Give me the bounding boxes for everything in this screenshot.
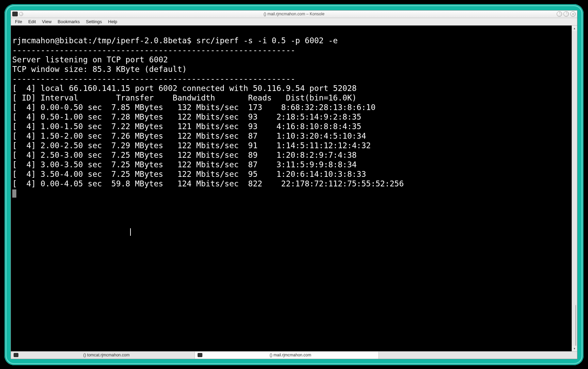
menu-edit[interactable]: Edit bbox=[26, 18, 38, 25]
terminal-icon bbox=[198, 353, 202, 357]
app-icon bbox=[12, 12, 18, 16]
session-indicator-icon bbox=[19, 12, 23, 16]
tab-tomcat[interactable]: () tomcat.rjmcmahon.com bbox=[11, 352, 195, 359]
terminal-icon bbox=[14, 353, 18, 357]
data-row: [ 4] 1.50-2.00 sec 7.26 MBytes 122 Mbits… bbox=[12, 132, 366, 140]
cursor-line bbox=[12, 189, 16, 198]
scrollbar[interactable]: ▴ ▾ bbox=[572, 26, 577, 351]
window-title: () mail.rjmcmahon.com – Konsole bbox=[11, 12, 577, 16]
data-row: [ 4] 1.00-1.50 sec 7.22 MBytes 121 Mbits… bbox=[12, 122, 361, 131]
tabbar: () tomcat.rjmcmahon.com () mail.rjmcmaho… bbox=[11, 351, 577, 359]
desktop: () mail.rjmcmahon.com – Konsole ˅ ˄ × Fi… bbox=[0, 0, 588, 369]
connection-line: [ 4] local 66.160.141.15 port 6002 conne… bbox=[12, 84, 357, 93]
data-row: [ 4] 2.00-2.50 sec 7.29 MBytes 122 Mbits… bbox=[12, 141, 371, 150]
menu-file[interactable]: File bbox=[12, 18, 25, 25]
scroll-thumb[interactable] bbox=[575, 305, 576, 346]
terminal-area: rjmcmahon@bibcat:/tmp/iperf-2.0.8beta$ s… bbox=[11, 26, 577, 351]
separator-line: ----------------------------------------… bbox=[12, 46, 295, 55]
menu-settings[interactable]: Settings bbox=[83, 18, 105, 25]
minimize-button[interactable]: ˅ bbox=[557, 11, 562, 17]
menu-view[interactable]: View bbox=[39, 18, 54, 25]
scroll-up-button[interactable]: ▴ bbox=[572, 26, 577, 31]
window-frame: () mail.rjmcmahon.com – Konsole ˅ ˄ × Fi… bbox=[4, 4, 584, 365]
titlebar-controls: ˅ ˄ × bbox=[557, 11, 577, 17]
maximize-button[interactable]: ˄ bbox=[563, 11, 569, 17]
ibeam-cursor-icon bbox=[130, 228, 131, 236]
tab-mail[interactable]: () mail.rjmcmahon.com bbox=[195, 352, 379, 359]
titlebar[interactable]: () mail.rjmcmahon.com – Konsole ˅ ˄ × bbox=[11, 11, 577, 18]
menubar: File Edit View Bookmarks Settings Help bbox=[11, 18, 577, 26]
separator-line: ----------------------------------------… bbox=[12, 74, 295, 83]
tab-label: () mail.rjmcmahon.com bbox=[205, 353, 376, 357]
command: src/iperf -s -i 0.5 -p 6002 -e bbox=[196, 36, 338, 45]
text-cursor-line bbox=[12, 227, 131, 236]
listen-line: Server listening on TCP port 6002 bbox=[12, 55, 168, 64]
data-row: [ 4] 3.00-3.50 sec 7.25 MBytes 122 Mbits… bbox=[12, 160, 357, 169]
prompt-line: rjmcmahon@bibcat:/tmp/iperf-2.0.8beta$ s… bbox=[12, 36, 338, 45]
header-line: [ ID] Interval Transfer Bandwidth Reads … bbox=[12, 93, 357, 102]
menu-bookmarks[interactable]: Bookmarks bbox=[55, 18, 82, 25]
winsize-line: TCP window size: 85.3 KByte (default) bbox=[12, 65, 187, 74]
data-row: [ 4] 0.00-0.50 sec 7.85 MBytes 132 Mbits… bbox=[12, 103, 375, 112]
tab-label: () tomcat.rjmcmahon.com bbox=[21, 353, 192, 357]
data-row: [ 4] 0.50-1.00 sec 7.28 MBytes 122 Mbits… bbox=[12, 112, 361, 121]
block-cursor-icon bbox=[12, 189, 16, 198]
blank-line bbox=[12, 198, 17, 207]
data-row: [ 4] 3.50-4.00 sec 7.25 MBytes 122 Mbits… bbox=[12, 170, 366, 179]
menu-help[interactable]: Help bbox=[105, 18, 120, 25]
data-row: [ 4] 2.50-3.00 sec 7.25 MBytes 122 Mbits… bbox=[12, 151, 357, 159]
data-row: [ 4] 0.00-4.05 sec 59.8 MBytes 124 Mbits… bbox=[12, 179, 404, 188]
blank-line bbox=[12, 217, 17, 226]
scroll-down-button[interactable]: ▾ bbox=[572, 346, 577, 351]
prompt: rjmcmahon@bibcat:/tmp/iperf-2.0.8beta$ bbox=[12, 36, 196, 45]
close-button[interactable]: × bbox=[570, 11, 576, 17]
titlebar-left bbox=[11, 12, 23, 16]
konsole-window: () mail.rjmcmahon.com – Konsole ˅ ˄ × Fi… bbox=[11, 10, 577, 359]
terminal[interactable]: rjmcmahon@bibcat:/tmp/iperf-2.0.8beta$ s… bbox=[11, 26, 572, 351]
blank-line bbox=[12, 208, 17, 217]
